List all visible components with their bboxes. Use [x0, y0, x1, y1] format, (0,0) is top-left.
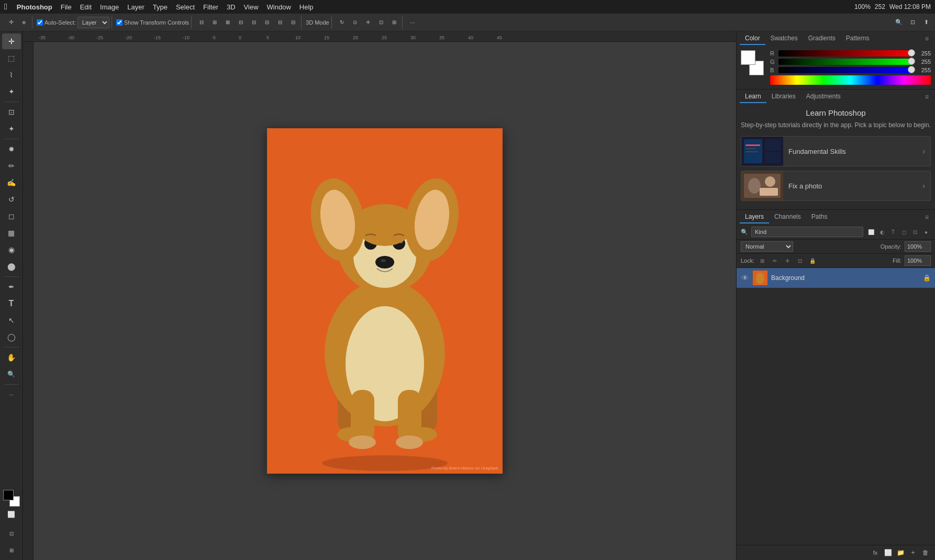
fundamental-skills-card[interactable]: Fundamental Skills ›: [741, 136, 931, 166]
align-top-btn[interactable]: ⊟: [235, 17, 247, 28]
delete-layer-btn[interactable]: 🗑: [920, 547, 931, 558]
lock-all-btn[interactable]: 🔒: [808, 256, 817, 265]
rectangular-marquee-tool-btn[interactable]: ⬚: [2, 50, 21, 66]
hand-tool-btn[interactable]: ✋: [2, 350, 21, 365]
fill-input[interactable]: [905, 255, 931, 266]
eraser-tool-btn[interactable]: ◻: [2, 208, 21, 224]
channel-b-slider[interactable]: [778, 67, 912, 73]
clone-stamp-tool-btn[interactable]: ✍: [2, 175, 21, 191]
search-icon[interactable]: 🔍: [893, 17, 905, 28]
channel-g-slider[interactable]: [778, 59, 912, 65]
lock-pixels-btn[interactable]: ✏: [770, 256, 780, 265]
share-icon[interactable]: ⬆: [920, 17, 932, 28]
tab-patterns[interactable]: Patterns: [841, 32, 875, 45]
quick-select-tool-btn[interactable]: ✦: [2, 84, 21, 99]
frame-tool-btn[interactable]: ⊡: [2, 525, 21, 541]
filter-type-btn[interactable]: T: [888, 227, 898, 237]
layer-visibility-btn[interactable]: 👁: [741, 274, 749, 282]
lock-transparent-btn[interactable]: ⊞: [758, 256, 767, 265]
canvas-image[interactable]: Photo by Artem Niesov on Unsplash: [267, 128, 503, 474]
3d-scale-btn[interactable]: ⊞: [388, 17, 400, 28]
opacity-input[interactable]: [905, 241, 931, 252]
show-transform-controls-checkbox[interactable]: [116, 19, 123, 26]
align-center-v-btn[interactable]: ⊟: [248, 17, 260, 28]
tab-learn[interactable]: Learn: [740, 91, 766, 103]
type-tool-btn[interactable]: T: [2, 296, 21, 311]
workspace-icon[interactable]: ⊡: [907, 17, 918, 28]
blend-mode-select[interactable]: Normal Multiply Screen Overlay: [741, 241, 793, 252]
layers-search-input[interactable]: [751, 227, 863, 237]
gradient-tool-btn[interactable]: ▦: [2, 225, 21, 241]
path-selection-tool-btn[interactable]: ↖: [2, 312, 21, 328]
channel-r-thumb[interactable]: [908, 49, 915, 57]
menu-view[interactable]: View: [240, 2, 263, 12]
3d-slide-btn[interactable]: ⊡: [375, 17, 387, 28]
menu-filter[interactable]: Filter: [199, 2, 222, 12]
more-tools-btn[interactable]: ···: [2, 387, 21, 402]
filter-toggle-btn[interactable]: ●: [921, 227, 931, 237]
3d-pan-btn[interactable]: ✛: [362, 17, 374, 28]
menu-3d[interactable]: 3D: [222, 2, 240, 12]
crop-tool-btn[interactable]: ⊡: [2, 104, 21, 120]
quick-mask-btn[interactable]: ⬜: [6, 509, 17, 520]
fix-photo-card[interactable]: Fix a photo ›: [741, 171, 931, 201]
layer-mode-select[interactable]: Layer Group: [77, 17, 109, 28]
fg-bg-color-area[interactable]: [3, 490, 20, 507]
align-right-btn[interactable]: ⊠: [222, 17, 233, 28]
transform-icon[interactable]: ⊕: [18, 17, 30, 28]
apple-menu[interactable]: : [4, 2, 7, 12]
eyedropper-tool-btn[interactable]: ✦: [2, 121, 21, 137]
tab-channels[interactable]: Channels: [769, 211, 806, 223]
learn-panel-menu-btn[interactable]: ≡: [922, 93, 932, 100]
lock-artboard-btn[interactable]: ⊡: [795, 256, 805, 265]
layer-background[interactable]: 👁 Background 🔒: [737, 268, 935, 288]
menu-type[interactable]: Type: [149, 2, 172, 12]
align-center-h-btn[interactable]: ⊞: [209, 17, 220, 28]
filter-adjustment-btn[interactable]: ◐: [877, 227, 887, 237]
filter-smartobject-btn[interactable]: ⊡: [910, 227, 920, 237]
layers-panel-menu-btn[interactable]: ≡: [922, 214, 932, 221]
auto-select-checkbox[interactable]: [37, 19, 43, 26]
color-spectrum[interactable]: [770, 75, 931, 85]
history-brush-tool-btn[interactable]: ↺: [2, 192, 21, 207]
zoom-tool-btn[interactable]: 🔍: [2, 366, 21, 382]
tab-color[interactable]: Color: [740, 32, 765, 45]
color-panel-menu-btn[interactable]: ≡: [922, 35, 932, 42]
menu-edit[interactable]: Edit: [76, 2, 96, 12]
new-group-btn[interactable]: 📁: [895, 547, 906, 558]
tab-paths[interactable]: Paths: [806, 211, 833, 223]
move-tool-btn[interactable]: ✛: [2, 33, 21, 49]
channel-g-thumb[interactable]: [908, 58, 915, 65]
artboard-tool-btn[interactable]: ⊞: [2, 542, 21, 558]
menu-select[interactable]: Select: [172, 2, 199, 12]
add-fx-btn[interactable]: fx: [870, 547, 881, 558]
menu-layer[interactable]: Layer: [123, 2, 149, 12]
lasso-tool-btn[interactable]: ⌇: [2, 67, 21, 83]
dodge-tool-btn[interactable]: ⬤: [2, 259, 21, 274]
distribute-v-btn[interactable]: ⊟: [287, 17, 299, 28]
fg-color-widget[interactable]: [741, 50, 755, 65]
menu-window[interactable]: Window: [263, 2, 295, 12]
move-tool-icon[interactable]: ✛: [5, 17, 17, 28]
distribute-h-btn[interactable]: ⊟: [274, 17, 286, 28]
filter-shape-btn[interactable]: ◻: [899, 227, 909, 237]
fg-color-swatch[interactable]: [3, 490, 14, 500]
pen-tool-btn[interactable]: ✒: [2, 279, 21, 295]
menu-image[interactable]: Image: [96, 2, 123, 12]
rectangle-tool-btn[interactable]: ◯: [2, 329, 21, 345]
auto-select-label[interactable]: Auto-Select:: [37, 19, 76, 26]
add-mask-btn[interactable]: ⬜: [883, 547, 893, 558]
brush-tool-btn[interactable]: ✏: [2, 158, 21, 174]
tab-libraries[interactable]: Libraries: [766, 91, 801, 103]
3d-orbit-btn[interactable]: ⊙: [349, 17, 361, 28]
healing-brush-tool-btn[interactable]: ✹: [2, 141, 21, 157]
new-layer-btn[interactable]: +: [908, 547, 918, 558]
3d-rotate-btn[interactable]: ↻: [336, 17, 348, 28]
tab-swatches[interactable]: Swatches: [765, 32, 803, 45]
blur-tool-btn[interactable]: ◉: [2, 242, 21, 257]
menu-help[interactable]: Help: [295, 2, 318, 12]
align-bottom-btn[interactable]: ⊟: [261, 17, 273, 28]
filter-pixel-btn[interactable]: ⬜: [866, 227, 876, 237]
tab-layers[interactable]: Layers: [740, 211, 769, 223]
align-left-btn[interactable]: ⊟: [196, 17, 207, 28]
